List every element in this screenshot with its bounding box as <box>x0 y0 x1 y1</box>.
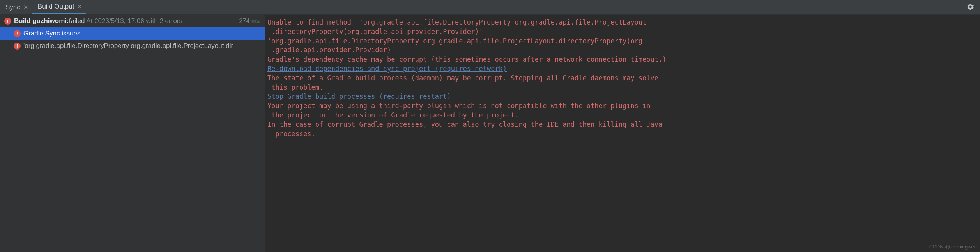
build-prefix: Build <box>14 17 32 25</box>
error-icon: ! <box>14 43 21 50</box>
console-line: this problem. <box>267 83 978 92</box>
stop-gradle-processes-link[interactable]: Stop Gradle build processes (requires re… <box>267 92 451 100</box>
watermark: CSDN @zhimingwen <box>929 243 977 250</box>
tree-item-error-detail[interactable]: ! 'org.gradle.api.file.DirectoryProperty… <box>0 40 265 52</box>
close-icon[interactable]: ✕ <box>77 3 82 10</box>
tab-build-output[interactable]: Build Output ✕ <box>32 0 87 14</box>
build-root-row[interactable]: ! Build guzhiwomi: failed At 2023/5/13, … <box>0 15 265 27</box>
console-line: Your project may be using a third-party … <box>267 101 978 111</box>
tab-label: Sync <box>5 4 20 11</box>
build-tree-pane: ! Build guzhiwomi: failed At 2023/5/13, … <box>0 15 265 252</box>
redownload-dependencies-link[interactable]: Re-download dependencies and sync projec… <box>267 65 507 73</box>
build-status: failed <box>69 17 85 25</box>
tree-item-label: 'org.gradle.api.file.DirectoryProperty o… <box>23 42 233 50</box>
tab-sync[interactable]: Sync ✕ <box>0 0 32 14</box>
build-meta: At 2023/5/13, 17:08 with 2 errors <box>86 17 182 25</box>
console-line: Gradle's dependency cache may be corrupt… <box>267 55 978 64</box>
console-output-pane: Unable to find method ''org.gradle.api.f… <box>265 15 980 252</box>
tree-item-label: Gradle Sync issues <box>23 30 80 37</box>
build-project: guzhiwomi: <box>32 17 69 25</box>
error-icon: ! <box>4 18 11 25</box>
console-line: .gradle.api.provider.Provider)' <box>267 46 978 55</box>
console-line: In the case of corrupt Gradle processes,… <box>267 120 978 130</box>
console-line: processes. <box>267 130 978 139</box>
console-line: .directoryProperty(org.gradle.api.provid… <box>267 27 978 37</box>
console-line: Unable to find method ''org.gradle.api.f… <box>267 18 978 27</box>
console-line: The state of a Gradle build process (dae… <box>267 74 978 83</box>
build-timing: 274 ms <box>239 18 260 25</box>
content-area: ! Build guzhiwomi: failed At 2023/5/13, … <box>0 15 980 252</box>
tab-bar: Sync ✕ Build Output ✕ <box>0 0 980 15</box>
gear-icon[interactable] <box>967 3 975 12</box>
console-line: 'org.gradle.api.file.DirectoryProperty o… <box>267 37 978 46</box>
console-line: the project or the version of Gradle req… <box>267 111 978 120</box>
close-icon[interactable]: ✕ <box>23 4 28 11</box>
tab-label: Build Output <box>38 3 74 11</box>
error-icon: ! <box>14 30 21 37</box>
tree-item-gradle-sync-issues[interactable]: ! Gradle Sync issues <box>0 27 265 40</box>
